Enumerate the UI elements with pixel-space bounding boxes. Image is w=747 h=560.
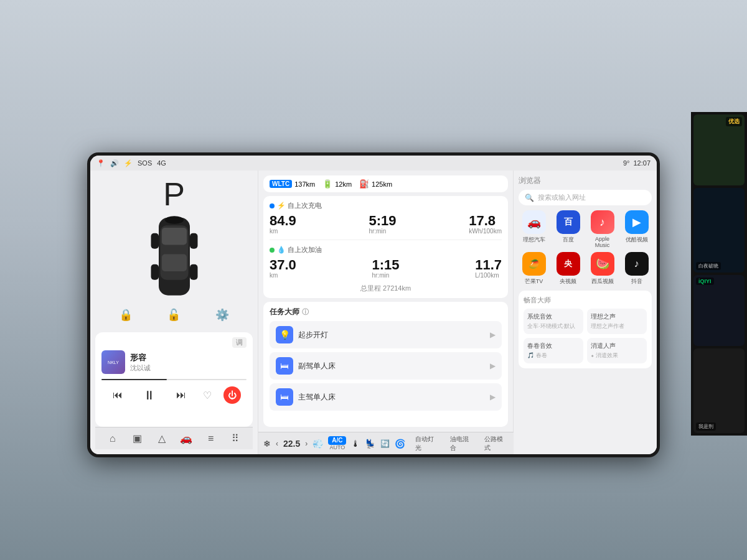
ac-control[interactable]: A/C AUTO — [328, 436, 346, 450]
system-sound-card[interactable]: 系统音效 全车·环绕模式·默认 — [524, 309, 583, 334]
wltc-badge: WLTC — [270, 180, 292, 188]
app-icon-mango: 🥭 — [522, 252, 546, 276]
leisure-voice-sub: ⬥ 消遣效果 — [591, 352, 643, 360]
charge-stats-row: 84.9 km 5:19 hr:min 17.8 kWh/100km — [270, 214, 502, 235]
app-label-apple-music: Apple Music — [587, 236, 618, 248]
total-mileage: 总里程 27214km — [270, 284, 502, 293]
nav-menu[interactable]: ≡ — [201, 429, 221, 449]
side-panel: 优选 白夜破晓 iQIYI 我是刑 — [691, 112, 747, 436]
nav-apps[interactable]: ⠿ — [225, 429, 245, 449]
fuel-consumption-unit: L/100km — [475, 272, 502, 279]
app-label-xigua: 西瓜视频 — [591, 278, 614, 286]
wltc-range: WLTC 137km — [270, 180, 315, 188]
nav-map[interactable]: △ — [152, 429, 172, 449]
app-yangshi[interactable]: 央 央视频 — [553, 252, 583, 286]
side-card-2-label: 白夜破晓 — [696, 262, 721, 270]
ac-mode: AUTO — [329, 445, 345, 450]
app-lixiang[interactable]: 🚗 理想汽车 — [519, 210, 549, 248]
ac-btn: A/C — [328, 436, 346, 445]
music-progress-fill — [101, 379, 167, 380]
temp-increase-btn[interactable]: › — [305, 439, 308, 448]
nav-car[interactable]: 🚗 — [176, 429, 196, 449]
bottom-nav: ⌂ ▣ △ 🚗 ≡ ⠿ — [95, 427, 253, 449]
task-item-2[interactable]: 🛏 副驾单人床 ▶ — [270, 352, 502, 380]
fuel-header: 💧 自上次加油 — [270, 245, 502, 254]
audio-row-1: 系统音效 全车·环绕模式·默认 理想之声 理想之声作者 — [524, 309, 647, 334]
temperature-display: 9° — [623, 159, 630, 167]
system-sound-sub: 全车·环绕模式·默认 — [527, 322, 580, 330]
auto-light-btn[interactable]: 自动灯光 — [415, 435, 439, 452]
task-item-1[interactable]: 💡 起步开灯 ▶ — [270, 321, 502, 348]
app-youku[interactable]: ▶ 优酷视频 — [621, 210, 652, 248]
svg-rect-2 — [162, 228, 187, 245]
side-card-3[interactable]: iQIYI — [693, 275, 745, 346]
prev-button[interactable]: ⏮ — [108, 385, 128, 405]
app-apple-music[interactable]: ♪ Apple Music — [587, 210, 618, 248]
lixiang-voice-card[interactable]: 理想之声 理想之声作者 — [587, 309, 647, 334]
music-body: NKLY 形容 沈以诚 — [101, 350, 247, 374]
unlock-icon[interactable]: 🔓 — [162, 304, 185, 326]
music-info: 形容 沈以诚 — [130, 352, 247, 373]
app-label-lixiang: 理想汽车 — [523, 236, 545, 244]
app-icon-lixiang: 🚗 — [522, 210, 546, 234]
song-artist: 沈以诚 — [130, 363, 247, 373]
fuel-distance-value: 37.0 — [270, 258, 296, 272]
fuel-consumption: 11.7 L/100km — [475, 258, 502, 279]
app-douyin[interactable]: ♪ 抖音 — [621, 252, 652, 286]
svg-point-8 — [165, 216, 184, 224]
lock-icon[interactable]: 🔒 — [115, 304, 137, 326]
settings-icon[interactable]: ⚙️ — [211, 304, 233, 326]
chunjuan-card[interactable]: 春卷音效 🎵 春卷 — [524, 338, 583, 363]
nav-window[interactable]: ▣ — [127, 429, 147, 449]
heart-button[interactable]: ♡ — [203, 390, 212, 401]
charge-distance-unit: km — [270, 228, 296, 235]
app-icon-xigua: 🍉 — [591, 252, 614, 276]
side-card-2[interactable]: 白夜破晓 — [693, 188, 745, 273]
task-label-1: 起步开灯 — [298, 330, 490, 340]
fan-icon: 💨 — [312, 439, 323, 449]
svg-rect-4 — [151, 233, 159, 249]
nav-home[interactable]: ⌂ — [103, 429, 123, 449]
task-label-3: 主驾单人床 — [298, 392, 490, 403]
next-button[interactable]: ⏭ — [171, 385, 191, 405]
music-progress-bar[interactable] — [101, 379, 247, 380]
app-mango[interactable]: 🥭 芒果TV — [519, 252, 549, 286]
task-arrow-2: ▶ — [490, 362, 496, 370]
signal-label: 4G — [157, 159, 166, 167]
music-card: 调 NKLY 形容 沈以诚 ⏮ — [95, 332, 253, 427]
car-screen: 📍 🔊 ⚡ SOS 4G 9° 12:07 P — [90, 156, 657, 454]
leisure-voice-card[interactable]: 消遣人声 ⬥ 消遣效果 — [587, 338, 647, 363]
wltc-value: 137km — [294, 180, 315, 188]
app-baidu[interactable]: 百 百度 — [553, 210, 583, 248]
fuel-consumption-value: 11.7 — [475, 258, 502, 272]
pause-button[interactable]: ⏸ — [139, 385, 159, 405]
side-card-4[interactable]: 我是刑 — [693, 348, 745, 433]
bluetooth-icon: ⚡ — [124, 159, 133, 167]
temp-decrease-btn[interactable]: ‹ — [276, 439, 278, 448]
task-item-3[interactable]: 🛏 主驾单人床 ▶ — [270, 383, 502, 411]
volume-icon: 🔊 — [110, 159, 119, 167]
search-placeholder-text: 搜索或输入网址 — [538, 193, 586, 202]
charge-dot — [270, 203, 275, 208]
road-mode-btn[interactable]: 公路模式 — [484, 435, 509, 452]
app-xigua[interactable]: 🍉 西瓜视频 — [587, 252, 618, 286]
fuel-time-unit: hr:min — [372, 272, 399, 279]
hybrid-mode-btn[interactable]: 油电混合 — [450, 435, 474, 452]
side-card-1[interactable]: 优选 — [693, 114, 745, 185]
power-button[interactable]: ⏻ — [223, 386, 241, 404]
sos-label: SOS — [138, 159, 152, 167]
charge-time-unit: hr:min — [369, 228, 396, 235]
app-icon-apple-music: ♪ — [591, 210, 614, 234]
heat-icon: 🌡 — [351, 439, 360, 449]
task-icon-3: 🛏 — [276, 388, 293, 406]
browser-search-bar[interactable]: 🔍 搜索或输入网址 — [519, 190, 652, 205]
lyrics-btn[interactable]: 调 — [232, 337, 247, 348]
app-label-mango: 芒果TV — [525, 278, 543, 286]
side-card-1-label: 优选 — [726, 117, 742, 126]
chunjuan-title: 春卷音效 — [527, 342, 580, 350]
time-display: 12:07 — [633, 159, 651, 167]
task-info-icon: ⓘ — [302, 307, 309, 317]
fuel-label: 💧 自上次加油 — [277, 245, 322, 254]
app-label-yangshi: 央视频 — [560, 278, 576, 286]
task-header: 任务大师 ⓘ — [270, 307, 502, 317]
